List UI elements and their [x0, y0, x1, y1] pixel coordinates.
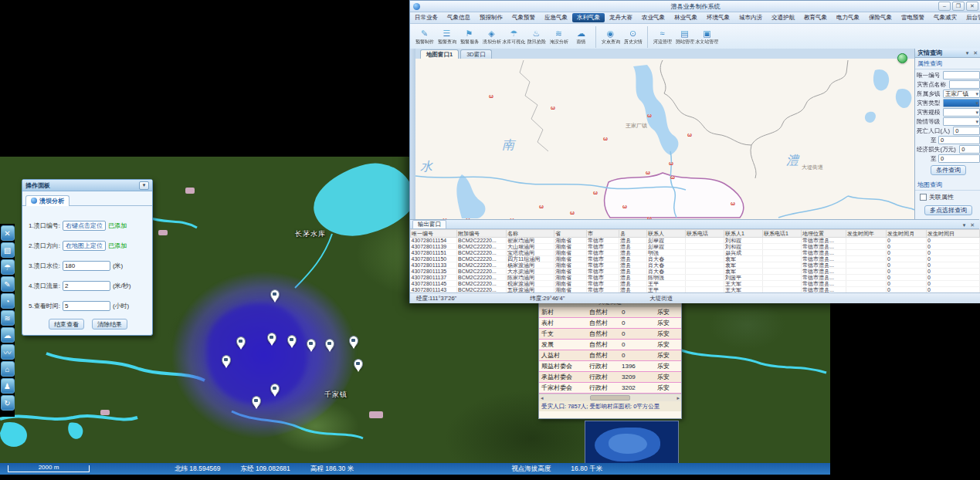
toolbar-button[interactable]: ◈ 溃坝分析: [480, 24, 503, 50]
village-table-hscrollbar[interactable]: ◂ ▸: [539, 394, 681, 401]
multi-point-query-button[interactable]: 多点选择查询: [924, 205, 972, 215]
condition-query-button[interactable]: 条件查询: [931, 165, 966, 175]
table-row[interactable]: 430728011137BCM2C22220... 陈家垱涵闸湖南省 常德市澧县…: [411, 275, 980, 281]
menu-item[interactable]: 气象预警: [507, 13, 540, 22]
table-row[interactable]: 430728011135BCM2C22220... 大水渠涵闸湖南省 常德市澧县…: [411, 269, 980, 275]
window-titlebar[interactable]: 澧县业务制作系统 – ❐ ✕: [410, 1, 980, 12]
village-table-row[interactable]: 新村 自然村 0 乐安: [539, 307, 681, 318]
map-pin-marker[interactable]: [287, 335, 297, 346]
danger-level-select[interactable]: [943, 117, 980, 126]
column-header[interactable]: 发生时间月: [887, 230, 927, 238]
table-row[interactable]: 430728011150BCM2C22220... 四方11组涵闸湖南省 常德市…: [411, 256, 980, 262]
map-pin-marker[interactable]: [222, 355, 231, 366]
toolbar-button[interactable]: ▣ 水文站管理: [696, 24, 718, 50]
minimize-button[interactable]: –: [938, 2, 951, 11]
village-table-row[interactable]: 承益村委会 行政村 3209 乐安: [539, 372, 681, 383]
left-toolbar-icon[interactable]: ✎: [1, 276, 15, 292]
menu-item[interactable]: 教育气象: [799, 13, 832, 22]
view-time-input[interactable]: [63, 301, 110, 311]
clear-result-button[interactable]: 清除结果: [92, 319, 127, 330]
left-toolbar-icon[interactable]: ♟: [1, 378, 15, 394]
dialog-titlebar[interactable]: 操作面板 ▾: [22, 180, 152, 191]
panel-header-icons[interactable]: ▾ ✕: [966, 50, 979, 56]
globe-locate-button[interactable]: [897, 53, 907, 63]
tab-dambreak-analysis[interactable]: 溃坝分析: [25, 195, 70, 206]
village-table-row[interactable]: 人益村 自然村 0 乐安: [539, 350, 681, 361]
disaster-point-marker[interactable]: ω: [593, 190, 598, 195]
menu-item[interactable]: 气象减灾: [929, 13, 961, 22]
disaster-point-marker[interactable]: ω: [670, 174, 675, 180]
toolbar-button[interactable]: ☂ 水库可视化: [503, 24, 525, 50]
close-button[interactable]: ✕: [966, 2, 978, 11]
disaster-point-marker[interactable]: ω: [570, 210, 575, 215]
menu-item[interactable]: 电力气象: [832, 13, 864, 22]
menu-item[interactable]: 水利气象: [572, 13, 605, 22]
economic-loss-input[interactable]: 0: [959, 145, 980, 154]
column-header[interactable]: 发生时间年: [846, 230, 887, 238]
toolbar-button[interactable]: ☰ 预警查询: [436, 24, 458, 50]
unique-id-input[interactable]: [943, 71, 980, 79]
toolbar-button[interactable]: ✎ 预警制作: [413, 24, 436, 50]
left-toolbar-icon[interactable]: 〰: [1, 344, 15, 360]
map-pin-marker[interactable]: [270, 289, 280, 300]
table-row[interactable]: 430728011133BCM2C22220... 杨家渡涵闸湖南省 常德市澧县…: [411, 262, 980, 269]
left-toolbar-icon[interactable]: ↻: [1, 395, 15, 411]
toolbar-button[interactable]: ◉ 灾点查询: [599, 24, 622, 50]
death-toll-input[interactable]: 0: [953, 127, 980, 135]
column-header[interactable]: 联系人: [647, 230, 686, 238]
table-row[interactable]: 430728011151BCM2C22220... 宝塔垸涵闸湖南省 常德市澧县…: [411, 250, 980, 256]
disaster-name-input[interactable]: [949, 80, 980, 89]
column-header[interactable]: 联系人1: [724, 230, 763, 238]
menu-item[interactable]: 预报制作: [475, 13, 507, 22]
column-header[interactable]: 省: [554, 230, 587, 238]
toolbar-button[interactable]: ▤ 测站管理: [673, 24, 696, 50]
toolbar-button[interactable]: ⚑ 预警服务: [458, 24, 480, 50]
minimize-icon[interactable]: ▾: [139, 181, 149, 190]
toolbar-button[interactable]: ☁ 雨情: [570, 24, 592, 50]
column-header[interactable]: 唯一编号: [411, 230, 457, 238]
tab-output-window[interactable]: 输出窗口: [412, 220, 446, 228]
map-pin-marker[interactable]: [349, 336, 358, 346]
column-header[interactable]: 附加编号: [457, 230, 507, 238]
restore-button[interactable]: ❐: [952, 2, 965, 11]
map-pin-marker[interactable]: [267, 333, 276, 343]
tab-map-window-1[interactable]: 地图窗口1: [420, 49, 459, 59]
map-pin-marker[interactable]: [354, 359, 363, 370]
column-header[interactable]: 市: [587, 230, 619, 238]
table-row[interactable]: 430728011145BCM2C22220... 税家渡涵闸湖南省 常德市澧县…: [411, 281, 980, 287]
column-header[interactable]: 地理位置: [802, 230, 846, 238]
overview-minimap[interactable]: [585, 421, 679, 465]
disaster-point-marker[interactable]: ω: [731, 201, 735, 206]
map-pin-marker[interactable]: [252, 396, 261, 407]
village-table-row[interactable]: 顺益村委会 行政村 1396 乐安: [539, 361, 681, 372]
breach-flow-input[interactable]: [63, 281, 110, 291]
table-header-row[interactable]: 唯一编号附加编号名称省市县联系人联系电话联系人1联系电话1地理位置发生时间年发生…: [411, 230, 980, 238]
death-toll-to-input[interactable]: 0: [938, 136, 980, 144]
menu-item[interactable]: 交通护航: [767, 13, 799, 22]
column-header[interactable]: 联系电话1: [763, 230, 802, 238]
left-toolbar-icon[interactable]: ☁: [1, 327, 15, 343]
township-select[interactable]: 王家厂镇: [943, 90, 980, 98]
menu-item[interactable]: 日常业务: [410, 13, 443, 22]
tab-3d-window[interactable]: 3D窗口: [460, 49, 492, 59]
finish-view-button[interactable]: 结束查看: [49, 319, 84, 330]
disaster-point-marker[interactable]: ω: [489, 93, 493, 99]
village-table-row[interactable]: 发展 自然村 0 乐安: [539, 340, 681, 350]
economic-loss-to-input[interactable]: 0: [938, 154, 980, 163]
panel-header[interactable]: 灾情查询 ▾ ✕: [915, 49, 980, 58]
toolbar-button[interactable]: ≈ 河流管理: [651, 24, 673, 50]
toolbar-button[interactable]: ≋ 淹没分析: [548, 24, 570, 50]
column-header[interactable]: 名称: [507, 230, 554, 238]
left-toolbar-icon[interactable]: ✕: [1, 225, 15, 241]
disaster-point-marker[interactable]: ω: [622, 204, 627, 209]
menu-item[interactable]: 林业气象: [670, 13, 702, 22]
menu-item[interactable]: 环境气象: [702, 13, 734, 22]
village-table-row[interactable]: 千支 自然村 0 乐安: [539, 329, 681, 340]
scroll-right-icon[interactable]: ▸: [677, 395, 680, 401]
menu-item[interactable]: 保险气象: [864, 13, 897, 22]
disaster-point-marker[interactable]: ω: [669, 161, 673, 166]
checkbox-icon[interactable]: [920, 194, 927, 201]
breach-direction-pick-button[interactable]: 在地图上定位: [63, 241, 106, 251]
disaster-point-marker[interactable]: ω: [646, 170, 650, 175]
output-panel-icons[interactable]: ▾ ✕: [963, 222, 979, 228]
